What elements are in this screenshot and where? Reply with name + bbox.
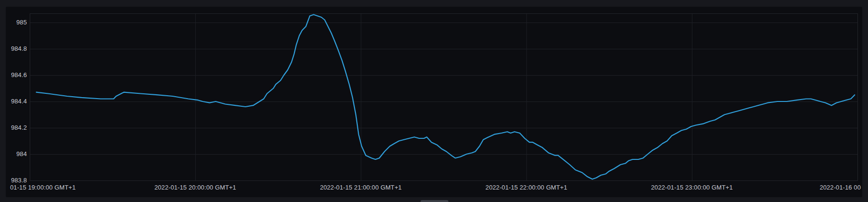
horizontal-scrollbar-thumb[interactable] xyxy=(421,200,448,202)
y-axis-tick-label: 984.2 xyxy=(0,124,27,131)
plot-border xyxy=(30,14,858,181)
y-axis-tick-label: 985 xyxy=(0,19,27,26)
x-axis-tick-label: 2022-01-15 20:00:00 GMT+1 xyxy=(154,184,236,191)
x-axis-tick-label: 2022-01-16 00 xyxy=(820,184,861,191)
y-axis-tick-label: 984 xyxy=(0,150,27,157)
x-axis-tick-label: 01-15 19:00:00 GMT+1 xyxy=(10,184,76,191)
x-axis-tick-label: 2022-01-15 21:00:00 GMT+1 xyxy=(320,184,402,191)
y-axis-tick-label: 984.6 xyxy=(0,71,27,79)
x-axis-tick-label: 2022-01-15 23:00:00 GMT+1 xyxy=(651,184,733,191)
x-axis-tick-label: 2022-01-15 22:00:00 GMT+1 xyxy=(485,184,567,191)
page: { "panel": { "title": "", "colors": { "p… xyxy=(0,0,868,202)
y-axis-tick-label: 984.4 xyxy=(0,98,27,105)
time-series-chart[interactable] xyxy=(0,0,868,202)
y-axis-tick-label: 984.8 xyxy=(0,45,27,52)
y-axis-tick-label: 983.8 xyxy=(0,177,27,184)
